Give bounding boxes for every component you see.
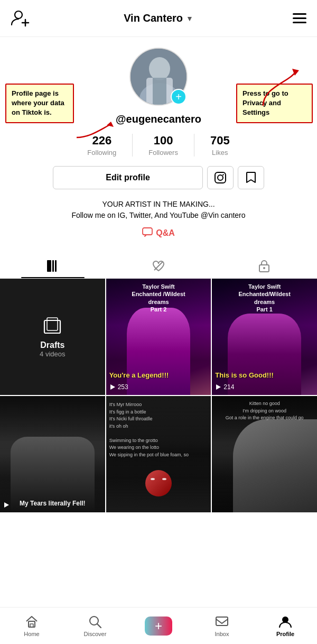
tab-liked[interactable]	[106, 253, 211, 278]
inbox-icon	[215, 615, 229, 629]
svg-point-6	[149, 57, 170, 80]
video-plays-1: 253	[109, 383, 128, 391]
liked-icon	[152, 259, 165, 273]
profile-icon	[278, 615, 292, 629]
qa-speech-icon	[142, 227, 153, 237]
profile-handle: @eugenecantero	[116, 113, 201, 125]
add-photo-button[interactable]: +	[171, 89, 187, 105]
tabs-row	[0, 253, 317, 279]
video-lyrics: It's Myr Mirrooo It's figg in a bottle I…	[109, 401, 208, 458]
svg-rect-15	[52, 260, 54, 272]
add-user-button[interactable]	[11, 8, 37, 29]
svg-rect-16	[55, 260, 57, 272]
drafts-label: Drafts	[40, 341, 64, 350]
followers-count: 100	[154, 134, 173, 148]
video-person-2	[228, 314, 301, 395]
callout-left: Profile page is where your data on Tikto…	[5, 84, 74, 123]
nav-home-label: Home	[24, 631, 39, 637]
video-cell-3[interactable]: My Tears literally Fell!	[0, 396, 105, 512]
video-person	[127, 308, 190, 395]
nav-home[interactable]: Home	[0, 611, 63, 641]
video-cell-1[interactable]: Taylor SwiftEnchanted /WildestdreamsPart…	[106, 279, 211, 395]
followers-label: Followers	[148, 149, 178, 157]
video-face	[109, 470, 208, 496]
callout-right-arrow	[258, 66, 300, 108]
svg-rect-13	[143, 228, 152, 235]
svg-marker-24	[4, 502, 9, 508]
video-cell-5[interactable]: Kitten no goodI'm dripping on woodGot a …	[212, 396, 317, 512]
drafts-count: 4 videos	[40, 350, 65, 358]
svg-marker-22	[110, 384, 115, 390]
add-user-icon	[11, 8, 30, 27]
svg-point-11	[218, 175, 223, 180]
bio-section: YOUR ARTIST IN THE MAKING...Follow me on…	[71, 199, 245, 221]
video-text-5: Kitten no goodI'm dripping on woodGot a …	[215, 400, 314, 422]
bookmark-button[interactable]	[238, 166, 264, 189]
svg-point-30	[283, 617, 288, 622]
video-title-3: My Tears literally Fell!	[0, 500, 105, 508]
following-label: Following	[87, 149, 116, 157]
app-header: Vin Cantero ▼	[0, 0, 317, 37]
svg-point-0	[15, 11, 22, 19]
svg-rect-10	[215, 172, 226, 183]
video-plays-3	[3, 502, 10, 508]
nav-create[interactable]	[127, 612, 190, 640]
svg-point-19	[263, 267, 265, 269]
video-plays-2: 214	[215, 383, 234, 391]
menu-button[interactable]	[280, 13, 306, 23]
svg-line-28	[97, 624, 101, 628]
play-icon-3	[3, 502, 10, 508]
nav-profile-label: Profile	[276, 631, 294, 637]
video-person-5	[233, 419, 317, 512]
drafts-icon	[42, 316, 62, 336]
nav-discover[interactable]: Discover	[63, 611, 127, 641]
svg-rect-9	[153, 78, 166, 106]
likes-label: Likes	[212, 149, 228, 157]
callout-left-arrow	[74, 119, 116, 140]
video-caption-1: You're a Legend!!!	[109, 371, 208, 379]
header-username[interactable]: Vin Cantero ▼	[124, 12, 193, 24]
svg-point-12	[222, 174, 223, 175]
nav-inbox-label: Inbox	[215, 631, 229, 637]
tab-videos[interactable]	[0, 253, 106, 278]
grid-icon	[46, 259, 60, 273]
video-title-2: Taylor SwiftEnchanted/WildestdreamsPart …	[212, 283, 317, 313]
action-row: Edit profile	[53, 166, 264, 189]
dropdown-arrow-icon: ▼	[186, 14, 193, 23]
nav-inbox[interactable]: Inbox	[190, 611, 254, 641]
play-icon	[109, 384, 116, 390]
drafts-cell[interactable]: Drafts 4 videos	[0, 279, 105, 395]
create-button[interactable]	[145, 617, 172, 636]
edit-profile-button[interactable]: Edit profile	[53, 166, 203, 189]
username-text: Vin Cantero	[124, 12, 183, 24]
avatar-container: +	[129, 48, 188, 106]
instagram-icon	[214, 171, 227, 184]
callout-left-text: Profile page is where your data on Tikto…	[12, 89, 64, 116]
play-icon-2	[215, 384, 221, 390]
video-title-1: Taylor SwiftEnchanted /WildestdreamsPart…	[106, 283, 211, 313]
likes-stat[interactable]: 705 Likes	[194, 134, 246, 157]
video-grid: Drafts 4 videos Taylor SwiftEnchanted /W…	[0, 279, 317, 512]
lock-icon	[258, 259, 270, 273]
followers-stat[interactable]: 100 Followers	[133, 134, 194, 157]
qa-icon	[142, 227, 153, 239]
svg-rect-14	[47, 260, 51, 272]
home-icon	[25, 615, 39, 629]
instagram-button[interactable]	[207, 166, 234, 189]
qa-button[interactable]: Q&A	[142, 227, 175, 239]
qa-label: Q&A	[156, 228, 175, 238]
tab-private[interactable]	[211, 253, 317, 278]
bottom-nav: Home Discover Inbox Profile	[0, 607, 317, 644]
profile-section: Profile page is where your data on Tikto…	[0, 37, 317, 253]
video-caption-2: This is so Good!!!	[215, 371, 314, 379]
nav-discover-label: Discover	[84, 631, 107, 637]
svg-rect-29	[216, 617, 228, 625]
nav-profile[interactable]: Profile	[254, 611, 317, 641]
discover-icon	[88, 615, 102, 629]
video-cell-4[interactable]: It's Myr Mirrooo It's figg in a bottle I…	[106, 396, 211, 512]
video-cell-2[interactable]: Taylor SwiftEnchanted/WildestdreamsPart …	[212, 279, 317, 395]
svg-rect-21	[47, 318, 58, 330]
hamburger-icon[interactable]	[293, 13, 306, 23]
likes-count: 705	[210, 134, 230, 148]
svg-marker-23	[216, 384, 221, 390]
